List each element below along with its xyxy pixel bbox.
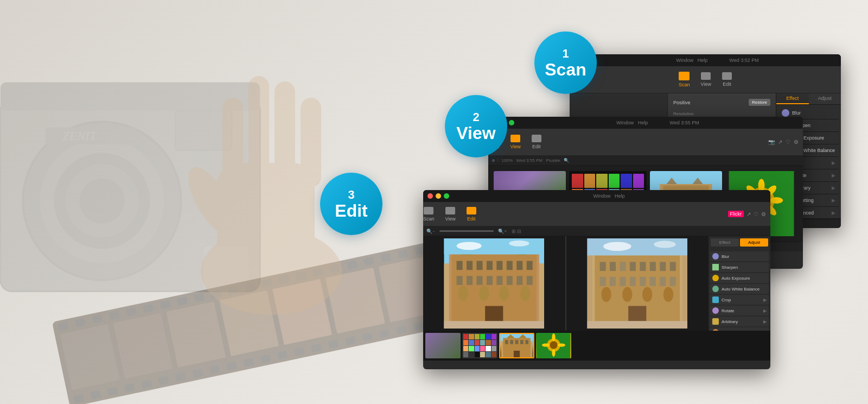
svg-rect-108 [487,261,493,270]
rotate-arrow: ▶ [763,308,767,313]
step-3-number: 3 [348,189,354,201]
edit-photo-right-image [569,238,706,329]
edit-toolbar-scan[interactable]: Scan [423,207,435,222]
restore-button[interactable]: Restore [749,99,770,106]
svg-point-123 [479,286,489,301]
svg-rect-143 [669,262,675,271]
arbitrary-icon [712,318,719,325]
edit-window-menu: Window Help [452,193,766,199]
step-3-edit-bubble: 3 Edit [320,173,382,235]
step-1-label: Scan [545,61,586,78]
auto-wb-icon [712,286,719,292]
auto-wb-tool[interactable]: Auto White Balance [710,284,769,294]
flickr-icon[interactable]: 📷 [768,139,775,145]
svg-rect-71 [275,81,295,182]
svg-rect-72 [301,98,321,187]
edit-close-dot[interactable] [427,193,433,199]
view-edit-icon [532,135,541,142]
svg-rect-147 [629,277,635,286]
view-toolbar-edit[interactable]: Edit [532,135,541,149]
svg-rect-117 [496,276,502,285]
edit-flickr-icon[interactable]: Flickr [728,211,744,217]
effect-tab[interactable]: Effect [776,93,809,104]
edit-maximize-dot[interactable] [444,193,449,199]
edit-window: Window Help Scan View Edit Flickr ↗ ♡ ⚙ … [423,190,770,369]
color-cell [480,340,485,345]
edit-thumb-colorchecker[interactable] [462,333,497,358]
edit-settings-icon[interactable]: ⚙ [761,211,766,217]
heart-icon[interactable]: ♡ [786,139,790,145]
svg-point-175 [552,333,555,341]
edit-thumb-flowers[interactable] [425,333,461,358]
crop-arrow: ▶ [763,298,767,302]
svg-point-178 [558,343,565,346]
step-3-label: Edit [335,202,367,219]
positive-setting-label: Positive [673,100,691,105]
auto-exposure-tool[interactable]: Auto Exposure [710,273,769,283]
svg-rect-144 [599,277,605,286]
edit-social-icons: Flickr ↗ ♡ ⚙ [728,211,771,217]
svg-text:ZENIT: ZENIT [62,129,98,143]
view-maximize-dot[interactable] [509,120,514,125]
edit-minimize-dot[interactable] [436,193,441,199]
svg-point-160 [654,241,676,248]
view-toolbar-view[interactable]: View [510,135,521,149]
zoom-out-icon[interactable]: 🔍− [426,229,435,234]
crop-tool[interactable]: Crop ▶ [710,295,769,305]
zoom-slider[interactable] [439,230,494,232]
edit-view-icon [445,207,455,214]
svg-rect-112 [527,261,533,270]
svg-rect-111 [516,261,522,270]
edit-toolbar-view[interactable]: View [445,207,456,222]
view-statusbar-top: ⊕ ♡ 100% Wed 3:55 PM Plustek 🔍 [488,156,803,166]
color-cell [480,352,485,357]
color-cell [469,340,474,345]
share-icon[interactable]: ↗ [778,139,782,145]
edit-filmstrip [423,331,770,361]
edit-thumb-building-selected[interactable] [499,333,534,358]
color-cell [621,174,632,188]
edit-heart-icon[interactable]: ♡ [754,211,758,217]
adjust-tab-edit[interactable]: Adjust [740,238,768,247]
color-cell [492,346,496,351]
edit-share-icon[interactable]: ↗ [746,211,751,217]
svg-rect-146 [620,277,626,286]
blur-tool[interactable]: Blur [710,251,769,261]
sharpen-tool[interactable]: Sharpen [710,262,769,272]
view-view-icon [510,135,520,142]
adjust-tab-scan[interactable]: Adjust [809,93,841,104]
edit-toolbar-edit[interactable]: Edit [467,207,476,222]
svg-rect-70 [248,76,269,179]
color-cell [486,352,490,357]
svg-rect-166 [505,340,508,344]
zoom-in-icon[interactable]: 🔍+ [498,229,507,234]
arbitrary-tool[interactable]: Arbitrary ▶ [710,317,769,326]
effect-tab-edit[interactable]: Effect [711,238,739,247]
arbitrary-arrow: ▶ [763,319,767,324]
color-cell [475,352,480,357]
svg-rect-114 [467,276,473,285]
settings-view-icon[interactable]: ⚙ [794,139,799,145]
svg-rect-168 [515,340,519,344]
color-cell [463,340,468,345]
step-2-label: View [456,124,495,142]
toolbar-edit-button[interactable]: Edit [722,72,732,87]
edit-edit-icon [467,207,476,214]
svg-point-92 [770,197,783,204]
svg-point-156 [663,287,673,302]
crop-label: Crop [722,298,761,302]
vignetting-tool[interactable]: Vignetting ▶ [710,327,769,331]
color-cell [609,174,620,188]
step-2-number: 2 [473,111,479,123]
color-cell [469,346,474,351]
toolbar-view-button[interactable]: View [701,72,711,87]
edit-thumb-sunflower[interactable] [536,333,571,358]
svg-rect-150 [660,277,666,286]
svg-point-129 [509,241,529,247]
toolbar-scan-button[interactable]: Scan [679,72,690,87]
svg-point-154 [622,287,632,302]
scan-toolbar: Scan View Edit [570,66,841,93]
toolbar-scan-label: Scan [679,82,690,87]
scan-window-menu: Window Help Wed 3:52 PM [598,58,837,63]
rotate-tool[interactable]: Rotate ▶ [710,306,769,315]
